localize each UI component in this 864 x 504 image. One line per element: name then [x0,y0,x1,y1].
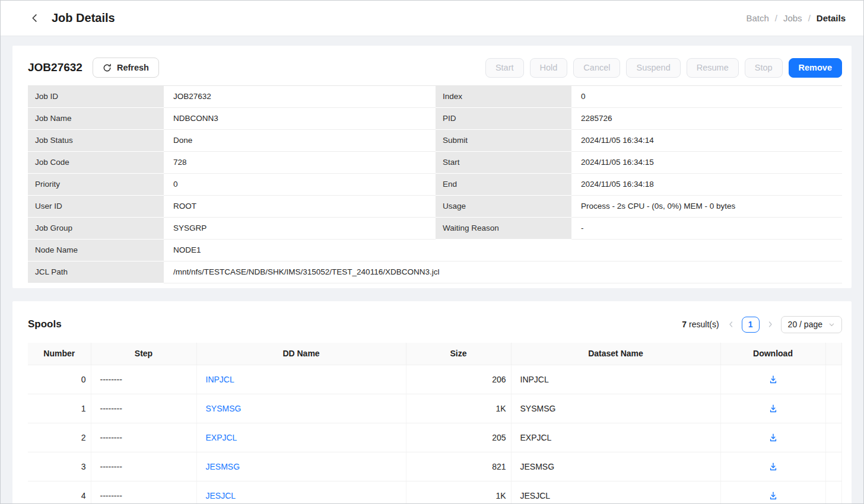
breadcrumb-separator: / [775,13,777,23]
detail-label: Submit [436,130,571,152]
detail-label: Waiting Reason [436,218,571,240]
number-cell: 0 [28,365,91,394]
table-row: 4--------JESJCL1KJESJCL [28,481,842,504]
breadcrumb-jobs[interactable]: Jobs [783,13,802,23]
dataset-name-cell: JESMSG [511,452,720,481]
spools-header: Spools 7 result(s) 1 2 [28,315,842,333]
detail-label: Job Status [28,130,164,152]
column-header-step: Step [91,343,196,365]
dd-name-link[interactable]: SYSMSG [206,404,242,413]
detail-value: NDBCONN3 [164,108,436,130]
download-icon [768,375,778,384]
extra-cell [825,365,842,394]
step-cell: -------- [91,452,196,481]
chevron-left-icon [728,321,735,328]
detail-row: Job Code728Start2024/11/05 16:34:15 [28,152,842,174]
step-cell: -------- [91,394,196,423]
download-icon [768,404,778,413]
page-size-select[interactable]: 20 / page [781,316,842,333]
detail-label: Job Code [28,152,164,174]
refresh-button[interactable]: Refresh [93,58,159,78]
extra-cell [825,481,842,504]
detail-value: /mnt/nfs/TESTCASE/NDB/SHK/IMS/315052/TES… [164,261,842,283]
detail-label: Job Name [28,108,164,130]
back-button[interactable] [28,12,41,25]
detail-label: JCL Path [28,261,164,283]
job-actions: StartHoldCancelSuspendResumeStopRemove [485,58,842,78]
download-button[interactable] [766,460,780,474]
pagination: 7 result(s) 1 20 / page [682,316,842,333]
detail-label: Priority [28,174,164,196]
dataset-name-cell: EXPJCL [511,423,720,452]
job-details-table: Job IDJOB27632Index0Job NameNDBCONN3PID2… [28,85,842,283]
dd-name-link[interactable]: EXPJCL [206,433,237,442]
detail-label: User ID [28,196,164,218]
extra-cell [825,423,842,452]
table-row: 3--------JESMSG821JESMSG [28,452,842,481]
spools-table-body: 0--------INPJCL206INPJCL1--------SYSMSG1… [28,365,842,504]
start-button: Start [485,58,524,78]
download-button[interactable] [766,372,780,387]
page-title: Job Details [52,11,115,25]
detail-label: Job ID [28,86,164,108]
download-button[interactable] [766,489,780,503]
chevron-right-icon [767,321,774,328]
size-cell: 1K [406,481,511,504]
detail-value: SYSGRP [164,218,436,240]
dataset-name-cell: SYSMSG [511,394,720,423]
dd-name-cell: JESMSG [196,452,406,481]
resume-button: Resume [687,58,739,78]
column-header-download: Download [720,343,825,365]
pagination-prev [728,321,735,328]
step-cell: -------- [91,365,196,394]
download-icon [768,462,778,471]
detail-row: Node NameNODE1 [28,240,842,261]
detail-row: JCL Path/mnt/nfs/TESTCASE/NDB/SHK/IMS/31… [28,261,842,283]
table-row: 2--------EXPJCL205EXPJCL [28,423,842,452]
extra-cell [825,394,842,423]
table-row: 0--------INPJCL206INPJCL [28,365,842,394]
column-header-number: Number [28,343,91,365]
size-cell: 205 [406,423,511,452]
download-icon [768,491,778,500]
detail-label: End [436,174,571,196]
detail-value: 0 [571,86,842,108]
refresh-icon [103,63,112,72]
spools-table-header-row: NumberStepDD NameSizeDataset NameDownloa… [28,343,842,365]
topbar-left: Job Details [18,11,115,25]
detail-value: - [571,218,842,240]
breadcrumb-batch[interactable]: Batch [746,13,768,23]
dd-name-link[interactable]: INPJCL [206,375,234,384]
chevron-left-icon [30,13,40,23]
column-header-dataset-name: Dataset Name [511,343,720,365]
chevron-down-icon [828,321,835,328]
spools-table: NumberStepDD NameSizeDataset NameDownloa… [28,343,842,504]
dd-name-link[interactable]: JESMSG [206,462,240,471]
pagination-next [767,321,774,328]
detail-row: User IDROOTUsageProcess - 2s CPU - (0s, … [28,196,842,218]
remove-button[interactable]: Remove [789,58,842,78]
number-cell: 4 [28,481,91,504]
detail-value: Process - 2s CPU - (0s, 0%) MEM - 0 byte… [571,196,842,218]
download-cell [720,365,825,394]
pagination-page-1[interactable]: 1 [742,317,760,333]
download-cell [720,394,825,423]
dd-name-link[interactable]: JESJCL [206,491,236,500]
detail-row: Priority0End2024/11/05 16:34:18 [28,174,842,196]
detail-row: Job GroupSYSGRPWaiting Reason- [28,218,842,240]
download-button[interactable] [766,401,780,416]
download-button[interactable] [766,430,780,445]
detail-row: Job NameNDBCONN3PID2285726 [28,108,842,130]
job-id-title: JOB27632 [28,61,82,74]
detail-value: 2285726 [571,108,842,130]
detail-value: 2024/11/05 16:34:18 [571,174,842,196]
job-card-header: JOB27632 Refresh StartHoldCancelSuspendR… [28,58,842,78]
download-icon [768,433,778,442]
cancel-button: Cancel [573,58,620,78]
step-cell: -------- [91,423,196,452]
refresh-button-label: Refresh [117,63,149,72]
content: JOB27632 Refresh StartHoldCancelSuspendR… [1,36,863,503]
size-cell: 1K [406,394,511,423]
detail-label: Job Group [28,218,164,240]
job-card: JOB27632 Refresh StartHoldCancelSuspendR… [12,46,852,288]
